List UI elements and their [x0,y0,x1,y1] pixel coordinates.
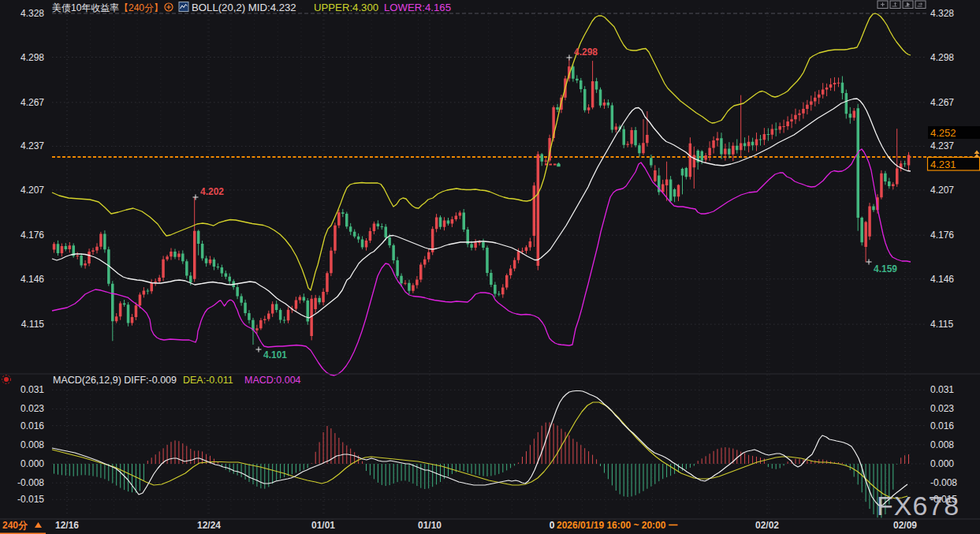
svg-text:-0.015: -0.015 [17,494,44,505]
svg-text:LOWER:4.165: LOWER:4.165 [384,2,451,13]
svg-text:0.031: 0.031 [20,384,44,395]
svg-text:4.298: 4.298 [574,47,598,58]
svg-text:2026/01/19 16:00 ~ 20:00 一: 2026/01/19 16:00 ~ 20:00 一 [557,520,678,531]
svg-text:02/02: 02/02 [755,520,779,531]
svg-text:BOLL(20,2) MID:4.232: BOLL(20,2) MID:4.232 [192,2,296,13]
svg-text:02/09: 02/09 [893,520,917,531]
svg-text:【240分】: 【240分】 [119,2,163,13]
svg-text:4.202: 4.202 [200,186,224,197]
svg-text:4.146: 4.146 [20,274,44,285]
svg-text:4.176: 4.176 [930,230,954,241]
svg-text:4.298: 4.298 [20,52,44,63]
svg-text:4.328: 4.328 [20,8,44,19]
svg-text:0.023: 0.023 [930,403,954,414]
svg-text:MACD(26,12,9) DIFF:-0.009: MACD(26,12,9) DIFF:-0.009 [53,375,177,386]
svg-text:4.252: 4.252 [930,127,956,139]
svg-text:MACD:0.004: MACD:0.004 [244,375,301,386]
svg-text:4.237: 4.237 [20,140,44,151]
svg-text:4.159: 4.159 [874,263,897,274]
svg-text:4.101: 4.101 [263,349,287,360]
svg-text:4.115: 4.115 [21,319,44,330]
svg-text:4.267: 4.267 [930,97,954,108]
svg-text:01/10: 01/10 [418,520,442,531]
svg-text:4.267: 4.267 [20,97,44,108]
svg-text:4.328: 4.328 [930,8,954,19]
svg-text:0.000: 0.000 [930,458,954,469]
svg-text:美债10年收益率: 美债10年收益率 [52,2,119,13]
svg-text:FX678: FX678 [877,491,960,521]
svg-text:0.016: 0.016 [930,420,954,431]
svg-text:4.231: 4.231 [930,159,956,170]
svg-text:12/24: 12/24 [197,520,221,531]
svg-text:0.008: 0.008 [20,439,44,450]
svg-text:4.298: 4.298 [930,52,954,63]
svg-text:DEA:-0.011: DEA:-0.011 [183,375,233,386]
svg-text:0.000: 0.000 [20,458,44,469]
svg-text:0.023: 0.023 [20,403,44,414]
svg-text:0: 0 [550,520,555,531]
svg-text:-0.008: -0.008 [930,477,957,488]
svg-text:0.008: 0.008 [930,439,954,450]
svg-text:01/01: 01/01 [311,520,335,531]
svg-text:-0.008: -0.008 [17,477,44,488]
svg-text:UPPER:4.300: UPPER:4.300 [314,2,378,13]
svg-text:0.016: 0.016 [20,420,44,431]
svg-text:4.207: 4.207 [20,185,44,196]
svg-text:4.207: 4.207 [930,185,954,196]
svg-text:12/16: 12/16 [55,520,79,531]
svg-text:4.115: 4.115 [930,319,953,330]
svg-text:4.176: 4.176 [20,230,44,241]
svg-text:4.146: 4.146 [930,274,954,285]
svg-text:0.031: 0.031 [930,384,954,395]
svg-text:240分: 240分 [2,520,28,531]
svg-text:4.237: 4.237 [930,140,954,151]
